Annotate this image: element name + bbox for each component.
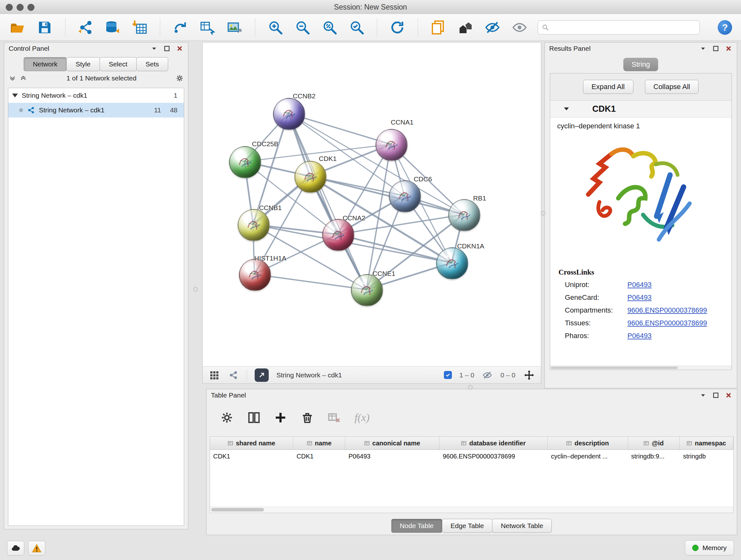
network-node-RB1[interactable]	[448, 199, 480, 231]
tab-edge-table[interactable]: Edge Table	[442, 519, 493, 533]
column-header-canonical-name[interactable]: canonical name	[345, 437, 440, 449]
hidden-eye-icon[interactable]	[482, 370, 493, 381]
hide-details-icon[interactable]	[484, 18, 501, 37]
duplicate-network-icon[interactable]	[429, 18, 447, 37]
cloud-status-button[interactable]	[7, 541, 24, 556]
column-header-description[interactable]: description	[548, 437, 628, 449]
results-close-icon[interactable]	[725, 45, 732, 52]
crosslink-value[interactable]: P06493	[627, 294, 652, 302]
show-columns-icon[interactable]	[247, 411, 260, 424]
column-header-namespac[interactable]: namespac	[680, 437, 733, 449]
network-node-CDK1[interactable]	[294, 161, 327, 193]
crosslink-value[interactable]: P06493	[627, 332, 652, 340]
table-cell[interactable]: stringdb	[680, 450, 733, 462]
column-header-name[interactable]: name	[293, 437, 345, 449]
open-in-window-button[interactable]	[255, 368, 269, 382]
network-node-CDC25B[interactable]	[229, 146, 261, 178]
zoom-in-icon[interactable]	[267, 18, 284, 37]
export-image-icon[interactable]	[226, 18, 244, 37]
gene-header-row[interactable]: CDK1	[550, 101, 731, 118]
tab-sets[interactable]: Sets	[136, 57, 168, 71]
crosslink-value[interactable]: 9606.ENSP00000378699	[627, 319, 707, 327]
memory-button[interactable]: Memory	[685, 540, 734, 556]
network-node-HIST1H1A[interactable]	[239, 259, 271, 291]
edge-CCNE1-HIST1H1A[interactable]	[254, 274, 366, 290]
collection-disclosure-icon[interactable]	[12, 94, 18, 98]
table-cell[interactable]: stringdb:9...	[628, 450, 680, 462]
tab-style[interactable]: Style	[66, 57, 100, 71]
table-hscrollbar[interactable]	[210, 507, 733, 513]
birds-eye-view-icon[interactable]	[208, 369, 220, 381]
table-cell[interactable]: CDK1	[210, 450, 293, 462]
panel-menu-icon[interactable]	[150, 45, 158, 52]
splitter-handle-bottom[interactable]	[468, 385, 473, 389]
tab-select[interactable]: Select	[99, 57, 137, 71]
zoom-fit-icon[interactable]	[321, 18, 338, 37]
table-float-icon[interactable]	[712, 391, 720, 399]
table-settings-icon[interactable]	[220, 411, 233, 424]
network-node-CDKN1A[interactable]	[436, 247, 468, 279]
import-table-icon[interactable]	[131, 18, 148, 37]
collapse-all-icon[interactable]	[9, 74, 16, 82]
layout-network-icon[interactable]	[172, 18, 189, 37]
network-node-CCNA2[interactable]	[322, 219, 354, 251]
edge-CCNB2-CCNE1[interactable]	[288, 113, 366, 290]
delete-column-icon[interactable]	[301, 411, 314, 424]
network-node-CCNA1[interactable]	[376, 129, 408, 161]
splitter-handle-right[interactable]	[541, 211, 545, 215]
zoom-selected-icon[interactable]	[348, 18, 365, 37]
table-row[interactable]: CDK1CDK1P064939606.ENSP00000378699cyclin…	[210, 450, 733, 462]
column-header-database-identifier[interactable]: database identifier	[440, 437, 548, 449]
panel-close-icon[interactable]	[176, 45, 184, 52]
network-canvas[interactable]: CCNB2CCNA1CDC25BCDK1CDC6RB1CCNB1CCNA2CDK…	[203, 43, 541, 366]
expand-all-icon[interactable]	[19, 74, 27, 82]
network-share-icon[interactable]	[227, 369, 239, 381]
table-close-icon[interactable]	[725, 391, 732, 399]
network-node-CCNB1[interactable]	[238, 209, 270, 241]
panel-float-icon[interactable]	[163, 45, 171, 52]
network-collection-row[interactable]: String Network – cdk1 1	[8, 88, 184, 103]
table-menu-icon[interactable]	[699, 391, 707, 399]
search-input[interactable]	[538, 20, 700, 35]
help-icon[interactable]: ?	[718, 20, 732, 35]
import-network-database-icon[interactable]	[104, 18, 122, 37]
column-header-shared-name[interactable]: shared name	[210, 437, 293, 449]
edge-CDK1-RB1[interactable]	[310, 176, 464, 214]
results-menu-icon[interactable]	[699, 45, 707, 52]
network-item-row[interactable]: String Network – cdk1 11 48	[8, 103, 184, 118]
tab-network-table[interactable]: Network Table	[492, 519, 552, 533]
create-column-icon[interactable]	[274, 411, 287, 424]
zoom-out-icon[interactable]	[294, 18, 312, 37]
table-cell[interactable]: CDK1	[293, 450, 345, 462]
network-node-CDC6[interactable]	[389, 180, 421, 212]
tab-node-table[interactable]: Node Table	[391, 519, 442, 533]
home-icon[interactable]	[457, 18, 474, 37]
table-cell[interactable]: 9606.ENSP00000378699	[440, 450, 548, 462]
network-from-table-icon[interactable]	[199, 18, 216, 37]
crosslink-value[interactable]: P06493	[627, 281, 652, 289]
column-header-@id[interactable]: @id	[628, 437, 680, 449]
table-cell[interactable]: cyclin–dependent ...	[548, 450, 628, 462]
tab-string[interactable]: String	[623, 58, 658, 71]
gene-disclosure-icon[interactable]	[563, 105, 570, 112]
import-network-file-icon[interactable]	[77, 18, 94, 37]
table-cell[interactable]: P06493	[345, 450, 440, 462]
open-file-icon[interactable]	[9, 18, 26, 37]
splitter-handle-left[interactable]	[193, 287, 198, 292]
collapse-all-button[interactable]: Collapse All	[645, 80, 699, 94]
tab-network[interactable]: Network	[23, 57, 67, 71]
show-details-icon[interactable]	[511, 18, 528, 37]
save-session-icon[interactable]	[36, 18, 54, 37]
selected-checkbox-icon[interactable]	[444, 371, 452, 379]
apply-layout-icon[interactable]	[389, 18, 406, 37]
pan-icon[interactable]	[523, 369, 535, 381]
warning-status-button[interactable]	[28, 541, 45, 556]
network-node-CCNE1[interactable]	[351, 274, 383, 306]
crosslink-value[interactable]: 9606.ENSP00000378699	[627, 306, 707, 314]
results-hscrollbar[interactable]	[550, 366, 731, 370]
network-node-CCNB2[interactable]	[273, 98, 305, 130]
expand-all-button[interactable]: Expand All	[583, 80, 633, 94]
gear-icon[interactable]	[176, 74, 184, 82]
results-float-icon[interactable]	[712, 45, 720, 52]
search-field[interactable]	[551, 23, 696, 31]
